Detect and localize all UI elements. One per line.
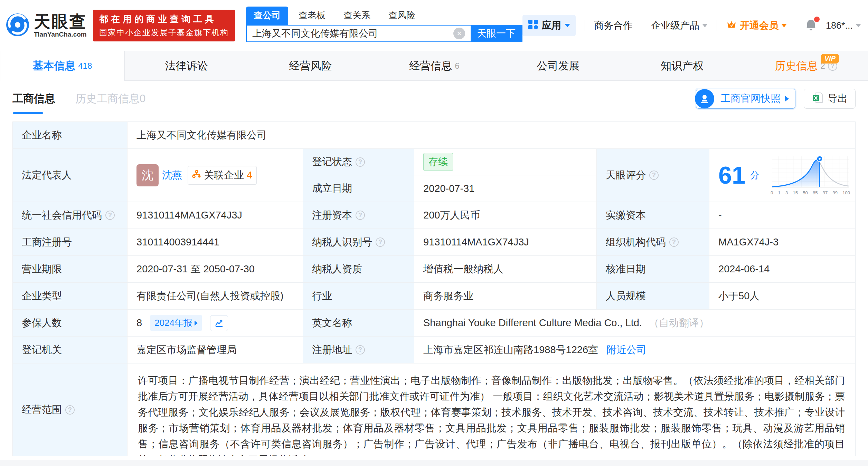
axis-tick: 0 bbox=[771, 190, 773, 195]
value-paid-capital: - bbox=[709, 202, 855, 229]
help-icon[interactable]: ? bbox=[356, 211, 365, 220]
help-icon[interactable]: ? bbox=[105, 211, 115, 220]
approval-date-text: 2024-06-14 bbox=[718, 263, 770, 275]
label-reg-status: 登记状态 ? bbox=[303, 149, 414, 175]
value-company-name: 上海又不同文化传媒有限公司 bbox=[128, 122, 855, 149]
related-companies-label: 关联企业 bbox=[204, 168, 244, 182]
help-icon[interactable]: ? bbox=[356, 157, 365, 167]
insured-trend-button[interactable] bbox=[210, 315, 228, 331]
label-text: 纳税人资质 bbox=[312, 262, 362, 276]
banner-line1: 都在用的商业查询工具 bbox=[99, 13, 229, 25]
label-text: 登记状态 bbox=[312, 155, 352, 169]
label-business-term: 营业期限 bbox=[13, 256, 128, 283]
account-phone-label: 186*... bbox=[826, 20, 853, 31]
related-companies-chip[interactable]: 关联企业 4 bbox=[188, 166, 257, 185]
label-text: 营业期限 bbox=[22, 262, 62, 276]
vip-badge: VIP bbox=[821, 54, 839, 64]
org-code-text: MA1GX74J-3 bbox=[718, 236, 779, 248]
help-icon[interactable]: ? bbox=[669, 237, 679, 247]
search-button[interactable]: 天眼一下 bbox=[471, 26, 522, 41]
tab-history-info[interactable]: 历史信息 2 ? VIP bbox=[744, 51, 868, 81]
english-name-text: Shanghai Youke Different Culture Media C… bbox=[423, 317, 642, 329]
nav-biz-coop[interactable]: 商务合作 bbox=[594, 19, 633, 32]
label-company-type: 企业类型 bbox=[13, 283, 128, 310]
label-text: 英文名称 bbox=[312, 316, 352, 330]
notification-bell[interactable] bbox=[805, 19, 817, 32]
divider bbox=[717, 20, 717, 31]
label-text: 成立日期 bbox=[312, 182, 352, 195]
clear-icon[interactable]: × bbox=[453, 28, 465, 39]
score-axis-labels: 0 1 3 15 50 85 97 99 100 bbox=[771, 190, 850, 195]
tab-legal[interactable]: 法律诉讼 bbox=[125, 51, 249, 81]
chevron-down-icon bbox=[565, 24, 570, 27]
company-type-text: 有限责任公司(自然人投资或控股) bbox=[136, 289, 283, 303]
axis-tick: 3 bbox=[785, 190, 788, 195]
label-text: 纳税人识别号 bbox=[312, 235, 372, 249]
tab-intellectual-property[interactable]: 知识产权 bbox=[620, 51, 744, 81]
tab-basic-info[interactable]: 基本信息 418 bbox=[0, 51, 125, 81]
reg-number-text: 310114003914441 bbox=[136, 236, 219, 248]
crown-icon bbox=[726, 19, 737, 32]
tab-label: 知识产权 bbox=[661, 59, 704, 73]
help-icon[interactable]: ? bbox=[65, 405, 75, 415]
nav-enterprise[interactable]: 企业级产品 bbox=[651, 19, 708, 32]
label-text: 登记机关 bbox=[22, 343, 62, 357]
annual-report-chip[interactable]: 2024年报 bbox=[150, 315, 202, 331]
divider bbox=[796, 20, 796, 31]
label-text: 核准日期 bbox=[606, 262, 646, 276]
label-text: 实缴资本 bbox=[606, 208, 646, 222]
tab-label: 基本信息 bbox=[32, 59, 75, 73]
tianyancha-logo[interactable]: 天眼查 TianYanCha.com bbox=[6, 13, 87, 38]
tab-count: 6 bbox=[455, 61, 459, 71]
search-tab-risk[interactable]: 查风险 bbox=[381, 7, 423, 25]
establish-date-text: 2020-07-31 bbox=[423, 183, 474, 194]
subtab-history-business-info[interactable]: 历史工商信息0 bbox=[75, 91, 145, 106]
business-scope-text: 许可项目：广播电视节目制作经营；演出经纪；营业性演出；电子出版物制作；音像制品制… bbox=[128, 363, 855, 456]
nav-apps[interactable]: 应用 bbox=[522, 15, 576, 36]
company-name-text: 上海又不同文化传媒有限公司 bbox=[136, 128, 267, 142]
value-org-code: MA1GX74J-3 bbox=[709, 229, 855, 256]
value-reg-address: 上海市嘉定区祁连山南路1988号1226室 附近公司 bbox=[414, 337, 855, 363]
legal-rep-avatar[interactable]: 沈 bbox=[136, 164, 159, 186]
help-icon[interactable]: ? bbox=[376, 237, 385, 247]
axis-tick: 1 bbox=[778, 190, 780, 195]
score-distribution-chart: 0 1 3 15 50 85 97 99 100 bbox=[771, 155, 850, 195]
value-credit-code: 91310114MA1GX74J3J bbox=[128, 202, 303, 229]
account-phone[interactable]: 186*... bbox=[826, 20, 861, 31]
label-text: 经营范围 bbox=[22, 403, 62, 417]
taxpayer-quality-text: 增值税一般纳税人 bbox=[423, 262, 503, 276]
label-taxpayer-id: 纳税人识别号 ? bbox=[303, 229, 414, 256]
tab-operation-risk[interactable]: 经营风险 bbox=[248, 51, 372, 81]
business-info-table: 企业名称 上海又不同文化传媒有限公司 法定代表人 沈 沈燕 关联企业 4 登记状… bbox=[12, 122, 856, 456]
label-text: 法定代表人 bbox=[22, 168, 72, 182]
export-button[interactable]: 导出 bbox=[804, 89, 856, 109]
value-score: 61 分 bbox=[709, 149, 855, 202]
official-snapshot-button[interactable]: 工商官网快照 bbox=[696, 89, 795, 109]
search-tab-company[interactable]: 查公司 bbox=[246, 7, 288, 25]
nav-vip[interactable]: 开通会员 bbox=[726, 19, 787, 32]
label-text: 注册资本 bbox=[312, 208, 352, 222]
nearby-companies-link[interactable]: 附近公司 bbox=[606, 343, 647, 357]
brand-banner: 都在用的商业查询工具 国家中小企业发展子基金旗下机构 bbox=[93, 10, 235, 41]
label-taxpayer-quality: 纳税人资质 bbox=[303, 256, 414, 283]
arrow-right-icon bbox=[785, 96, 789, 102]
label-org-code: 组织机构代码 ? bbox=[597, 229, 709, 256]
tab-operation-info[interactable]: 经营信息 6 bbox=[372, 51, 497, 81]
help-icon[interactable]: ? bbox=[649, 171, 659, 180]
legal-rep-name-link[interactable]: 沈燕 bbox=[162, 168, 182, 182]
search-tab-boss[interactable]: 查老板 bbox=[291, 7, 333, 25]
nav-vip-label: 开通会员 bbox=[740, 19, 779, 32]
label-english-name: 英文名称 bbox=[303, 310, 414, 337]
value-taxpayer-quality: 增值税一般纳税人 bbox=[414, 256, 597, 283]
search-tab-relation[interactable]: 查关系 bbox=[336, 7, 378, 25]
label-score: 天眼评分 ? bbox=[597, 149, 709, 202]
value-business-scope: 许可项目：广播电视节目制作经营；演出经纪；营业性演出；电子出版物制作；音像制品制… bbox=[128, 363, 855, 456]
subtab-business-info[interactable]: 工商信息 bbox=[12, 91, 55, 106]
search-input[interactable] bbox=[247, 26, 471, 41]
tab-company-development[interactable]: 公司发展 bbox=[496, 51, 620, 81]
label-reg-authority: 登记机关 bbox=[13, 337, 128, 363]
value-reg-capital: 200万人民币 bbox=[414, 202, 597, 229]
help-icon[interactable]: ? bbox=[356, 345, 365, 355]
org-chart-icon bbox=[192, 169, 201, 181]
value-english-name: Shanghai Youke Different Culture Media C… bbox=[414, 310, 855, 337]
